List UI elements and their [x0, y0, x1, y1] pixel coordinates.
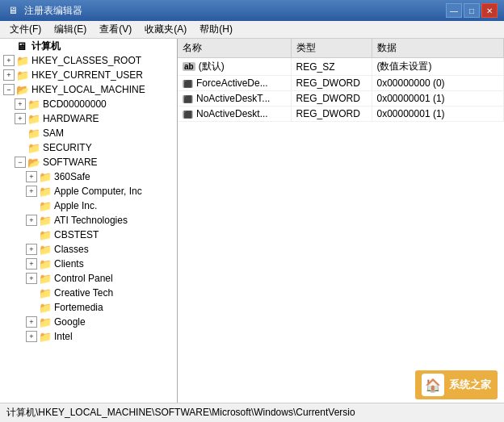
- tree-label-apple-computer: Apple Computer, Inc: [54, 186, 142, 197]
- menu-file[interactable]: 文件(F): [3, 21, 48, 38]
- table-row[interactable]: ab(默认)REG_SZ(数值未设置): [178, 58, 504, 76]
- computer-icon: 🖥: [16, 40, 29, 52]
- folder-icon-ati: 📁: [39, 215, 52, 226]
- expand-hkcu[interactable]: +: [3, 69, 15, 81]
- expand-clients[interactable]: +: [26, 258, 37, 269]
- folder-icon-hardware: 📁: [27, 113, 40, 124]
- menu-favorites[interactable]: 收藏夹(A): [138, 21, 193, 38]
- maximize-button[interactable]: □: [464, 3, 480, 18]
- folder-icon-classes: 📁: [39, 244, 52, 255]
- tree-node-ati[interactable]: + 📁 ATI Technologies: [0, 213, 177, 228]
- tree-node-creative-tech[interactable]: 📁 Creative Tech: [0, 286, 177, 300]
- watermark-box: 🏠 系统之家: [415, 370, 498, 399]
- tree-node-computer[interactable]: 🖥 计算机: [0, 39, 177, 53]
- expand-hkcr[interactable]: +: [3, 55, 15, 66]
- expand-hklm[interactable]: −: [3, 84, 15, 95]
- tree-label-ati: ATI Technologies: [54, 215, 128, 226]
- expand-360safe[interactable]: +: [26, 171, 37, 182]
- tree-node-hklm[interactable]: − 📂 HKEY_LOCAL_MACHINE: [0, 82, 177, 97]
- menu-view[interactable]: 查看(V): [93, 21, 138, 38]
- table-row[interactable]: ⬛ForceActiveDe...REG_DWORD0x00000000 (0): [178, 76, 504, 91]
- folder-icon-control-panel: 📁: [39, 273, 52, 284]
- status-path: 计算机\HKEY_LOCAL_MACHINE\SOFTWARE\Microsof…: [6, 406, 355, 420]
- main-area: 🖥 计算机 + 📁 HKEY_CLASSES_ROOT + 📁 HKEY_CUR…: [0, 39, 504, 403]
- cell-name: ab(默认): [178, 58, 291, 76]
- tree-node-intel[interactable]: + 📁 Intel: [0, 329, 177, 344]
- tree-node-cbstest[interactable]: 📁 CBSTEST: [0, 228, 177, 242]
- col-header-data[interactable]: 数据: [372, 39, 504, 58]
- menu-edit[interactable]: 编辑(E): [48, 21, 93, 38]
- registry-table: 名称 类型 数据 ab(默认)REG_SZ(数值未设置)⬛ForceActive…: [178, 39, 504, 122]
- cell-data: 0x00000000 (0): [372, 76, 504, 91]
- tree-node-sam[interactable]: 📁 SAM: [0, 126, 177, 140]
- tree-label-hardware: HARDWARE: [43, 113, 99, 124]
- expand-google[interactable]: +: [26, 316, 37, 328]
- tree-label-hkcr: HKEY_CLASSES_ROOT: [32, 55, 141, 66]
- folder-icon-security: 📁: [27, 142, 40, 153]
- tree-label-sam: SAM: [43, 127, 64, 139]
- folder-icon-360safe: 📁: [39, 171, 52, 182]
- expand-software[interactable]: −: [15, 157, 26, 168]
- tree-node-hkcr[interactable]: + 📁 HKEY_CLASSES_ROOT: [0, 53, 177, 68]
- tree-node-classes[interactable]: + 📁 Classes: [0, 242, 177, 257]
- tree-label-hkcu: HKEY_CURRENT_USER: [32, 69, 143, 81]
- tree-node-clients[interactable]: + 📁 Clients: [0, 257, 177, 271]
- folder-icon-hklm: 📂: [16, 84, 29, 95]
- tree-node-security[interactable]: 📁 SECURITY: [0, 140, 177, 155]
- expand-control-panel[interactable]: +: [26, 273, 37, 284]
- watermark: 🏠 系统之家: [415, 370, 498, 399]
- table-row[interactable]: ⬛NoActiveDeskT...REG_DWORD0x00000001 (1): [178, 91, 504, 107]
- tree-label-hklm: HKEY_LOCAL_MACHINE: [32, 84, 145, 95]
- minimize-button[interactable]: —: [446, 3, 462, 18]
- folder-icon-sam: 📁: [27, 127, 40, 139]
- tree-node-bcd[interactable]: + 📁 BCD00000000: [0, 97, 177, 111]
- tree-label-software: SOFTWARE: [43, 157, 98, 168]
- tree-node-hkcu[interactable]: + 📁 HKEY_CURRENT_USER: [0, 68, 177, 82]
- tree-node-google[interactable]: + 📁 Google: [0, 315, 177, 329]
- tree-label-google: Google: [54, 316, 86, 328]
- watermark-icon: 🏠: [422, 374, 444, 396]
- cell-type: REG_DWORD: [291, 107, 372, 122]
- tree-node-apple-inc[interactable]: 📁 Apple Inc.: [0, 198, 177, 213]
- folder-icon-cbstest: 📁: [39, 229, 52, 240]
- folder-icon-hkcr: 📁: [16, 55, 29, 66]
- tree-node-hardware[interactable]: + 📁 HARDWARE: [0, 111, 177, 126]
- watermark-text: 系统之家: [449, 378, 491, 392]
- tree-node-software[interactable]: − 📂 SOFTWARE: [0, 155, 177, 169]
- tree-node-fortemedia[interactable]: 📁 Fortemedia: [0, 300, 177, 315]
- registry-tree[interactable]: 🖥 计算机 + 📁 HKEY_CLASSES_ROOT + 📁 HKEY_CUR…: [0, 39, 178, 403]
- cell-name: ⬛ForceActiveDe...: [178, 76, 291, 91]
- tree-label-security: SECURITY: [43, 142, 92, 153]
- tree-label-creative-tech: Creative Tech: [54, 287, 113, 299]
- close-button[interactable]: ✕: [481, 3, 498, 18]
- col-header-type[interactable]: 类型: [291, 39, 372, 58]
- tree-label-360safe: 360Safe: [54, 171, 90, 182]
- folder-icon-apple-inc: 📁: [39, 200, 52, 211]
- folder-icon-hkcu: 📁: [16, 69, 29, 81]
- window-controls: — □ ✕: [446, 3, 498, 18]
- menu-help[interactable]: 帮助(H): [193, 21, 239, 38]
- tree-node-360safe[interactable]: + 📁 360Safe: [0, 169, 177, 184]
- cell-type: REG_SZ: [291, 58, 372, 76]
- app-icon: 🖥: [6, 4, 19, 17]
- menu-bar: 文件(F) 编辑(E) 查看(V) 收藏夹(A) 帮助(H): [0, 21, 504, 39]
- expand-ati[interactable]: +: [26, 215, 37, 226]
- folder-icon-fortemedia: 📁: [39, 302, 52, 313]
- tree-label-computer: 计算机: [32, 40, 61, 53]
- expand-intel[interactable]: +: [26, 331, 37, 342]
- cell-type: REG_DWORD: [291, 91, 372, 107]
- expand-apple-computer[interactable]: +: [26, 186, 37, 197]
- tree-node-apple-computer[interactable]: + 📁 Apple Computer, Inc: [0, 184, 177, 198]
- title-bar: 🖥 注册表编辑器 — □ ✕: [0, 0, 504, 21]
- table-row[interactable]: ⬛NoActiveDeskt...REG_DWORD0x00000001 (1): [178, 107, 504, 122]
- folder-icon-apple-computer: 📁: [39, 186, 52, 197]
- tree-node-control-panel[interactable]: + 📁 Control Panel: [0, 271, 177, 286]
- expand-classes[interactable]: +: [26, 244, 37, 255]
- cell-data: 0x00000001 (1): [372, 91, 504, 107]
- expand-bcd[interactable]: +: [15, 98, 26, 110]
- folder-icon-bcd: 📁: [27, 98, 40, 110]
- folder-icon-creative-tech: 📁: [39, 287, 52, 299]
- col-header-name[interactable]: 名称: [178, 39, 291, 58]
- expand-hardware[interactable]: +: [15, 113, 26, 124]
- tree-label-clients: Clients: [54, 258, 84, 269]
